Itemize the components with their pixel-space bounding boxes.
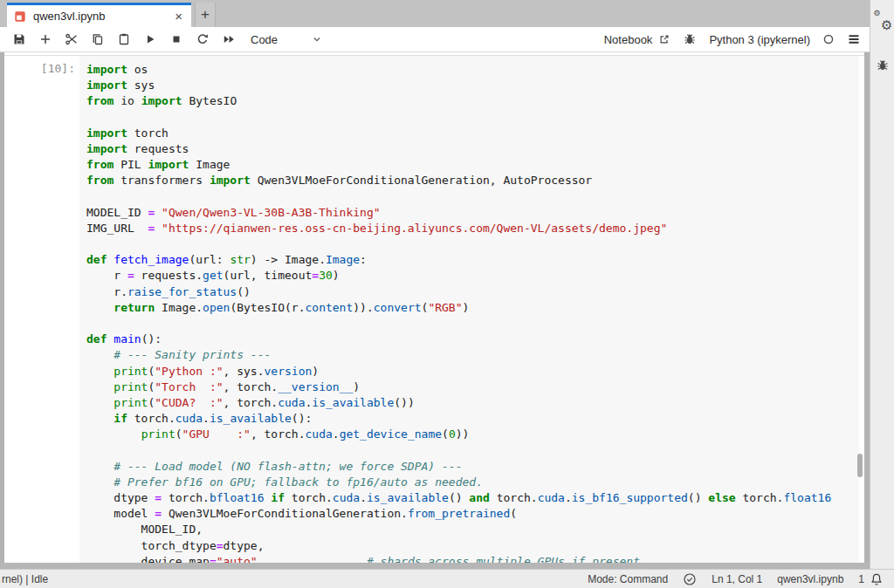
- debugger-bug-icon: [683, 32, 697, 46]
- code-line: from transformers import Qwen3VLMoeForCo…: [86, 173, 859, 188]
- bell-icon: [870, 572, 884, 586]
- code-line: model = Qwen3VLMoeForConditionalGenerati…: [86, 506, 859, 522]
- cell-type-value: Code: [251, 33, 278, 46]
- code-line: [86, 316, 859, 332]
- code-line: import requests: [86, 141, 859, 157]
- stop-icon: [169, 32, 183, 46]
- code-line: import os: [86, 62, 859, 78]
- hamburger-menu-icon[interactable]: [847, 32, 861, 46]
- save-icon: [12, 32, 26, 46]
- code-line: [86, 443, 859, 459]
- tab-title: qwen3vl.ipynb: [33, 10, 173, 23]
- property-inspector-icon: ⚙⚙: [874, 11, 891, 29]
- cut-icon: [65, 32, 79, 46]
- notebook-file-icon: [14, 10, 26, 23]
- right-sidebar: ⚙⚙: [870, 0, 894, 569]
- code-line: print("GPU :", torch.cuda.get_device_nam…: [86, 427, 859, 442]
- code-line: # Prefer bf16 on GPU; fallback to fp16/a…: [86, 475, 859, 490]
- debugger-bug-icon: [876, 58, 890, 72]
- paste-icon: [117, 32, 131, 46]
- new-tab-button[interactable]: +: [195, 3, 216, 27]
- run-all-icon: [222, 32, 236, 46]
- code-line: r = requests.get(url, timeout=30): [86, 268, 859, 284]
- restart-kernel-button[interactable]: [189, 28, 216, 51]
- kernel-status-text[interactable]: rnel) | Idle: [0, 573, 48, 585]
- code-line: import sys: [86, 78, 859, 93]
- code-line: MODEL_ID = "Qwen/Qwen3-VL-30B-A3B-Thinki…: [86, 205, 859, 221]
- code-line: def fetch_image(url: str) -> Image.Image…: [86, 252, 859, 268]
- cell-type-dropdown[interactable]: Code: [251, 33, 323, 46]
- notebook-toolbar: Code Notebook Python 3 (ipykernel): [0, 27, 870, 52]
- code-line: [86, 189, 859, 205]
- debugger-sidebar-button[interactable]: [870, 58, 894, 72]
- debugger-toggle-button[interactable]: [683, 32, 697, 46]
- code-line: if torch.cuda.is_available():: [86, 411, 859, 427]
- horizontal-scrollbar-track[interactable]: [0, 563, 870, 569]
- code-editor[interactable]: import osimport sysfrom io import BytesI…: [79, 56, 859, 563]
- notification-count: 1: [858, 573, 864, 585]
- kernel-name[interactable]: Python 3 (ipykernel): [709, 33, 810, 46]
- restart-icon: [196, 32, 210, 46]
- add-cell-button[interactable]: [32, 28, 58, 51]
- save-button[interactable]: [6, 28, 32, 51]
- paste-cell-button[interactable]: [111, 28, 137, 51]
- code-line: print("Python :", sys.version): [86, 364, 859, 379]
- property-inspector-button[interactable]: ⚙⚙: [870, 0, 894, 29]
- code-line: def main():: [86, 332, 859, 347]
- code-line: [86, 110, 859, 126]
- copy-icon: [91, 32, 105, 46]
- code-line: print("Torch :", torch.__version__): [86, 379, 859, 395]
- run-cell-button[interactable]: [137, 28, 163, 51]
- new-tab-icon: +: [201, 6, 210, 24]
- notifications-status[interactable]: 1: [858, 572, 884, 586]
- run-icon: [143, 32, 157, 46]
- code-lines: import osimport sysfrom io import BytesI…: [86, 62, 859, 563]
- code-line: print("CUDA? :", torch.cuda.is_available…: [86, 395, 859, 411]
- code-line: device_map="auto", # shards across multi…: [86, 554, 859, 563]
- notebook-label: Notebook: [604, 33, 653, 46]
- kernel-status-icon: [822, 33, 835, 45]
- code-line: MODEL_ID,: [86, 522, 859, 537]
- status-bar: rnel) | Idle Mode: Command Ln 1, Col 1 q…: [0, 569, 894, 588]
- cursor-position[interactable]: Ln 1, Col 1: [712, 573, 762, 585]
- close-icon[interactable]: ×: [173, 10, 184, 23]
- mode-indicator[interactable]: Mode: Command: [588, 573, 668, 585]
- code-line: IMG_URL = "https://qianwen-res.oss-cn-be…: [86, 221, 859, 236]
- external-link-icon: [658, 33, 670, 45]
- code-line: dtype = torch.bfloat16 if torch.cuda.is_…: [86, 490, 859, 506]
- notebook-panel: [10]: import osimport sysfrom io import …: [0, 52, 870, 563]
- chevron-down-icon: [311, 33, 323, 45]
- status-bar-right-group: Mode: Command Ln 1, Col 1 qwen3vl.ipynb …: [588, 572, 894, 586]
- add-cell-icon: [38, 32, 52, 46]
- code-line: [86, 236, 859, 252]
- tab-qwen3vl-notebook[interactable]: qwen3vl.ipynb ×: [7, 3, 191, 27]
- code-line: from io import BytesIO: [86, 93, 859, 109]
- code-line: # --- Sanity prints ---: [86, 347, 859, 363]
- code-line: return Image.open(BytesIO(r.content)).co…: [86, 300, 859, 316]
- code-line: # --- Load model (NO flash-attn; we forc…: [86, 459, 859, 475]
- trusted-icon: [683, 572, 697, 586]
- cut-cell-button[interactable]: [58, 28, 85, 51]
- execution-count: [10]:: [4, 62, 79, 75]
- notebook-launcher-link[interactable]: Notebook: [604, 33, 671, 46]
- run-all-cells-button[interactable]: [216, 28, 242, 51]
- jupyterlab-window: qwen3vl.ipynb × +: [0, 0, 894, 588]
- code-cell: [10]: import osimport sysfrom io import …: [4, 55, 864, 563]
- code-line: import torch: [86, 126, 859, 141]
- tab-bar: qwen3vl.ipynb × +: [0, 0, 870, 27]
- code-line: r.raise_for_status(): [86, 284, 859, 300]
- copy-cell-button[interactable]: [85, 28, 111, 51]
- status-filename: qwen3vl.ipynb: [777, 573, 843, 585]
- code-line: from PIL import Image: [86, 157, 859, 173]
- toolbar-right-group: Notebook Python 3 (ipykernel): [604, 32, 870, 46]
- stop-kernel-button[interactable]: [163, 28, 189, 51]
- code-line: torch_dtype=dtype,: [86, 538, 859, 554]
- vertical-scrollbar-thumb[interactable]: [857, 454, 863, 477]
